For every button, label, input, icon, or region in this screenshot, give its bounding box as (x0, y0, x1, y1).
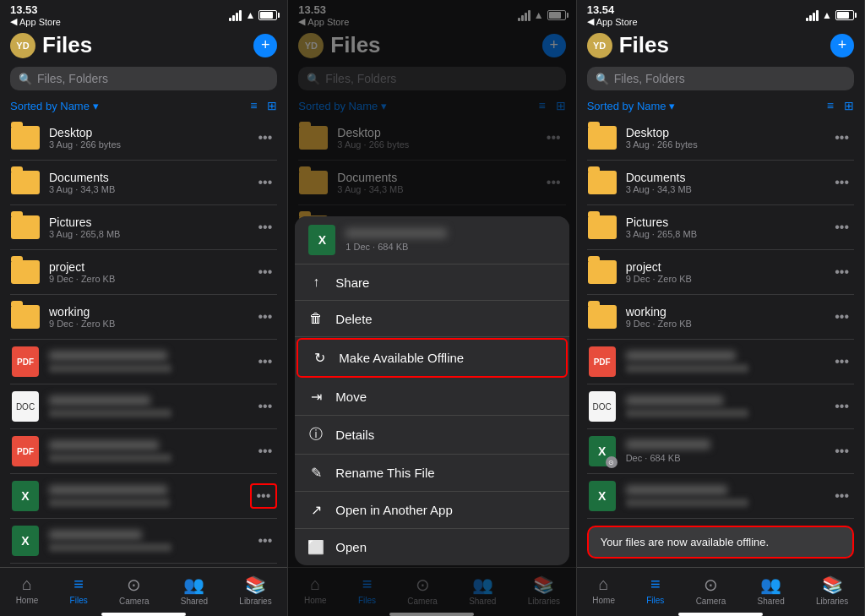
list-item[interactable]: working 9 Dec · Zero KB ••• (10, 295, 277, 340)
list-item[interactable]: project9 Dec · Zero KB ••• (587, 250, 854, 295)
list-item[interactable]: DOC ••• (10, 384, 277, 429)
grid-view-icon-3[interactable]: ⊞ (844, 99, 854, 112)
tab-home-1[interactable]: ⌂ Home (16, 575, 39, 606)
search-bar-1[interactable]: 🔍 Files, Folders (10, 67, 277, 90)
context-item-share[interactable]: ↑ Share (295, 264, 569, 301)
back-1[interactable]: ◀ App Store (10, 16, 61, 27)
trash-icon: 🗑 (307, 311, 325, 326)
list-item[interactable]: PDF ••• (10, 429, 277, 474)
app-title-3: Files (619, 32, 669, 58)
battery-1 (258, 10, 277, 20)
list-item[interactable]: X ••• (10, 519, 277, 564)
more-button[interactable]: ••• (830, 261, 854, 283)
folder-icon (588, 126, 617, 150)
more-button[interactable]: ••• (830, 485, 854, 507)
tab-files-label-1: Files (70, 596, 88, 605)
list-item[interactable]: Pictures 3 Aug · 265,8 MB ••• (10, 205, 277, 250)
tab-libraries-label-1: Libraries (239, 597, 271, 606)
tab-files-1[interactable]: ≡ Files (70, 575, 88, 606)
list-item[interactable]: Desktop3 Aug · 266 bytes ••• (587, 116, 854, 161)
more-button-highlighted[interactable]: ••• (250, 483, 278, 509)
tab-libraries-1[interactable]: 📚 Libraries (239, 575, 271, 606)
tab-files-label-3: Files (646, 596, 664, 605)
list-item[interactable]: Documents3 Aug · 34,3 MB ••• (587, 161, 854, 205)
folder-icon (11, 215, 40, 239)
list-view-icon-1[interactable]: ≡ (250, 99, 257, 112)
list-item[interactable]: X ••• (587, 474, 854, 519)
file-info (49, 530, 253, 552)
list-item[interactable]: Documents 3 Aug · 34,3 MB ••• (10, 161, 277, 205)
more-button[interactable]: ••• (830, 306, 854, 328)
search-placeholder-1: Files, Folders (37, 72, 108, 85)
tab-home-label-1: Home (16, 596, 39, 605)
more-button[interactable]: ••• (830, 172, 854, 194)
add-button-1[interactable]: + (253, 34, 277, 57)
context-item-move[interactable]: ⇥ Move (295, 379, 569, 416)
file-name: Pictures (626, 215, 830, 229)
more-button[interactable]: ••• (253, 440, 278, 462)
more-button[interactable]: ••• (253, 351, 278, 373)
more-button[interactable]: ••• (253, 395, 278, 417)
sort-label-1[interactable]: Sorted by Name ▾ (10, 100, 99, 112)
file-meta: 3 Aug · 265,8 MB (49, 229, 253, 239)
pdf-icon: PDF (12, 436, 39, 466)
grid-view-icon-1[interactable]: ⊞ (267, 99, 277, 112)
file-meta: 3 Aug · 266 bytes (49, 139, 253, 150)
list-item[interactable]: DOC ••• (587, 384, 854, 429)
more-button[interactable]: ••• (253, 530, 278, 552)
add-button-3[interactable]: + (830, 34, 854, 57)
more-button[interactable]: ••• (830, 440, 854, 462)
sort-label-3[interactable]: Sorted by Name ▾ (587, 100, 676, 112)
list-item[interactable]: project 9 Dec · Zero KB ••• (10, 250, 277, 295)
tab-shared-1[interactable]: 👥 Shared (181, 575, 208, 606)
search-bar-3[interactable]: 🔍 Files, Folders (587, 67, 854, 90)
context-item-details[interactable]: ⓘ Details (295, 416, 569, 455)
list-item[interactable]: Desktop 3 Aug · 266 bytes ••• (10, 116, 277, 161)
more-button[interactable]: ••• (830, 127, 854, 149)
open-icon: ⬜ (307, 539, 325, 555)
more-button[interactable]: ••• (253, 261, 278, 283)
file-info: Pictures 3 Aug · 265,8 MB (49, 215, 253, 239)
tab-libraries-3[interactable]: 📚 Libraries (816, 575, 848, 606)
context-item-rename[interactable]: ✎ Rename This File (295, 455, 569, 492)
list-item[interactable]: Pictures3 Aug · 265,8 MB ••• (587, 205, 854, 250)
file-info (49, 485, 250, 507)
status-icons-3: ▲ (806, 9, 854, 21)
avatar-3: YD (587, 33, 612, 58)
tab-home-3[interactable]: ⌂ Home (592, 575, 615, 606)
toast-message: Your files are now available offline. (601, 536, 769, 548)
file-name: Documents (626, 171, 830, 184)
list-view-icon-3[interactable]: ≡ (827, 99, 834, 112)
context-item-delete[interactable]: 🗑 Delete (295, 301, 569, 337)
list-item[interactable]: PDF ••• (10, 340, 277, 384)
context-file-meta: 1 Dec · 684 KB (345, 242, 557, 252)
more-button[interactable]: ••• (253, 216, 278, 238)
more-button[interactable]: ••• (253, 306, 278, 328)
folder-icon (11, 126, 40, 150)
list-item[interactable]: PDF ••• (587, 340, 854, 384)
tab-camera-1[interactable]: ⊙ Camera (119, 575, 150, 606)
folder-icon (588, 260, 617, 284)
list-item[interactable]: working9 Dec · Zero KB ••• (587, 295, 854, 340)
more-button[interactable]: ••• (830, 395, 854, 417)
more-button[interactable]: ••• (830, 351, 854, 373)
file-name: working (626, 305, 830, 319)
tab-camera-label-1: Camera (119, 597, 150, 606)
tab-camera-3[interactable]: ⊙ Camera (696, 575, 726, 606)
context-item-label: Open in Another App (335, 503, 452, 517)
context-item-label: Share (335, 275, 369, 290)
context-item-open-app[interactable]: ↗ Open in Another App (295, 492, 569, 529)
more-button[interactable]: ••• (253, 127, 278, 149)
back-3[interactable]: ◀ App Store (587, 16, 638, 27)
more-button[interactable]: ••• (253, 172, 278, 194)
tab-shared-3[interactable]: 👥 Shared (757, 575, 784, 606)
info-icon: ⓘ (307, 426, 325, 444)
list-item[interactable]: X ⊙ Dec · 684 KB ••• (587, 429, 854, 474)
search-placeholder-3: Files, Folders (614, 72, 685, 85)
context-item-open[interactable]: ⬜ Open (295, 529, 569, 565)
more-button[interactable]: ••• (830, 216, 854, 238)
context-item-offline[interactable]: ↻ Make Available Offline (296, 338, 567, 378)
wifi-3: ▲ (822, 9, 832, 21)
tab-files-3[interactable]: ≡ Files (646, 575, 664, 606)
list-item[interactable]: X ••• (10, 474, 277, 519)
